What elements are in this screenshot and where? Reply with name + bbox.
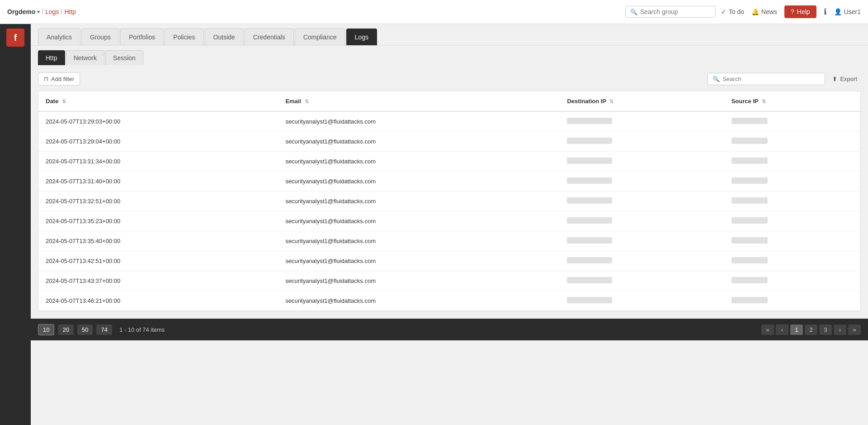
user-name: User1 — [844, 8, 861, 15]
sort-icon-date: ⇅ — [62, 99, 66, 104]
content-area: ⊓ Add filter 🔍 ⬆ Export — [31, 65, 868, 319]
table-row: 2024-05-07T13:31:40+00:00securityanalyst… — [38, 172, 860, 191]
cell-destination-ip — [560, 191, 724, 211]
page-last[interactable]: » — [848, 325, 861, 335]
tab-groups[interactable]: Groups — [81, 29, 119, 45]
page-size-74[interactable]: 74 — [96, 325, 112, 335]
search-input[interactable] — [722, 76, 820, 82]
page-size-20[interactable]: 20 — [58, 325, 73, 335]
help-label: Help — [797, 8, 810, 15]
help-button[interactable]: ? Help — [784, 5, 816, 18]
page-2[interactable]: 2 — [805, 325, 817, 335]
top-navigation: Orgdemo ▾ / Logs / Http 🔍 ✓ To do 🔔 News… — [0, 0, 868, 24]
source-ip-redacted — [731, 257, 768, 263]
page-size-10[interactable]: 10 — [38, 324, 54, 335]
breadcrumb-logs-link[interactable]: Logs — [45, 8, 59, 15]
cell-source-ip — [724, 291, 860, 311]
table-row: 2024-05-07T13:43:37+00:00securityanalyst… — [38, 271, 860, 291]
logs-table-container: Date ⇅ Email ⇅ Destination IP ⇅ Source I… — [38, 91, 861, 311]
cell-email: securityanalyst1@fluidattacks.com — [278, 211, 560, 231]
tab-portfolios[interactable]: Portfolios — [120, 29, 164, 45]
main-content: Analytics Groups Portfolios Policies Out… — [31, 24, 868, 425]
toolbar-left: ⊓ Add filter — [38, 72, 80, 86]
cell-destination-ip — [560, 111, 724, 132]
cell-email: securityanalyst1@fluidattacks.com — [278, 152, 560, 172]
destination-ip-redacted — [567, 257, 612, 263]
tab-outside[interactable]: Outside — [205, 29, 244, 45]
toolbar-right: 🔍 ⬆ Export — [708, 73, 861, 85]
sidebar-logo[interactable]: f — [6, 29, 24, 47]
org-chevron-icon: ▾ — [37, 9, 40, 15]
destination-ip-redacted — [567, 138, 612, 144]
destination-ip-redacted — [567, 158, 612, 164]
table-row: 2024-05-07T13:35:23+00:00securityanalyst… — [38, 211, 860, 231]
cell-date: 2024-05-07T13:29:04+00:00 — [38, 132, 278, 152]
source-ip-redacted — [731, 138, 768, 144]
cell-destination-ip — [560, 251, 724, 271]
table-row: 2024-05-07T13:31:34+00:00securityanalyst… — [38, 152, 860, 172]
col-header-email[interactable]: Email ⇅ — [278, 91, 560, 111]
table-row: 2024-05-07T13:35:40+00:00securityanalyst… — [38, 231, 860, 251]
cell-destination-ip — [560, 291, 724, 311]
cell-source-ip — [724, 231, 860, 251]
page-prev[interactable]: ‹ — [776, 325, 788, 335]
search-group-icon: 🔍 — [630, 9, 637, 15]
cell-date: 2024-05-07T13:31:40+00:00 — [38, 172, 278, 191]
cell-source-ip — [724, 271, 860, 291]
add-filter-label: Add filter — [51, 76, 74, 82]
cell-destination-ip — [560, 271, 724, 291]
tab-network[interactable]: Network — [66, 50, 104, 65]
export-button[interactable]: ⬆ Export — [829, 73, 861, 85]
source-ip-redacted — [731, 237, 768, 244]
tab-analytics[interactable]: Analytics — [38, 29, 80, 45]
user-menu[interactable]: 👤 User1 — [834, 8, 861, 15]
page-first[interactable]: « — [761, 325, 774, 335]
destination-ip-redacted — [567, 217, 612, 224]
cell-destination-ip — [560, 231, 724, 251]
breadcrumb: Orgdemo ▾ / Logs / Http — [7, 8, 76, 15]
breadcrumb-http-link[interactable]: Http — [64, 8, 76, 15]
news-button[interactable]: 🔔 News — [751, 8, 777, 15]
tab-credentials[interactable]: Credentials — [245, 29, 294, 45]
destination-ip-redacted — [567, 118, 612, 124]
col-header-source-ip[interactable]: Source IP ⇅ — [724, 91, 860, 111]
tab-compliance[interactable]: Compliance — [295, 29, 345, 45]
cell-destination-ip — [560, 152, 724, 172]
cell-source-ip — [724, 191, 860, 211]
todo-button[interactable]: ✓ To do — [721, 8, 744, 15]
pagination-controls: « ‹ 1 2 3 › » — [761, 325, 861, 335]
page-3[interactable]: 3 — [819, 325, 832, 335]
destination-ip-redacted — [567, 297, 612, 303]
tab-policies[interactable]: Policies — [165, 29, 203, 45]
filter-icon: ⊓ — [44, 76, 48, 82]
org-selector[interactable]: Orgdemo ▾ — [7, 8, 40, 15]
search-group-input[interactable] — [640, 8, 711, 15]
cell-date: 2024-05-07T13:43:37+00:00 — [38, 271, 278, 291]
sort-icon-dest-ip: ⇅ — [609, 99, 613, 104]
tab-http[interactable]: Http — [38, 50, 65, 65]
tab-session[interactable]: Session — [105, 50, 143, 65]
source-ip-redacted — [731, 118, 768, 124]
page-1[interactable]: 1 — [790, 325, 803, 335]
page-size-50[interactable]: 50 — [77, 325, 93, 335]
col-header-date[interactable]: Date ⇅ — [38, 91, 278, 111]
table-row: 2024-05-07T13:46:21+00:00securityanalyst… — [38, 291, 860, 311]
table-row: 2024-05-07T13:42:51+00:00securityanalyst… — [38, 251, 860, 271]
add-filter-button[interactable]: ⊓ Add filter — [38, 72, 80, 86]
col-header-destination-ip[interactable]: Destination IP ⇅ — [560, 91, 724, 111]
cell-email: securityanalyst1@fluidattacks.com — [278, 111, 560, 132]
logo-icon: f — [14, 33, 17, 43]
pagination-bar: 10 20 50 74 1 - 10 of 74 items « ‹ 1 2 3… — [31, 319, 868, 340]
table-row: 2024-05-07T13:29:03+00:00securityanalyst… — [38, 111, 860, 132]
cell-email: securityanalyst1@fluidattacks.com — [278, 191, 560, 211]
cell-source-ip — [724, 132, 860, 152]
news-label: News — [761, 8, 777, 15]
nav-actions: ✓ To do 🔔 News ? Help ℹ 👤 User1 — [721, 5, 861, 18]
cell-destination-ip — [560, 132, 724, 152]
breadcrumb-sep2: / — [61, 8, 62, 15]
tab-logs[interactable]: Logs — [346, 29, 377, 45]
info-icon[interactable]: ℹ — [824, 7, 827, 17]
source-ip-redacted — [731, 197, 768, 204]
cell-email: securityanalyst1@fluidattacks.com — [278, 132, 560, 152]
page-next[interactable]: › — [834, 325, 846, 335]
